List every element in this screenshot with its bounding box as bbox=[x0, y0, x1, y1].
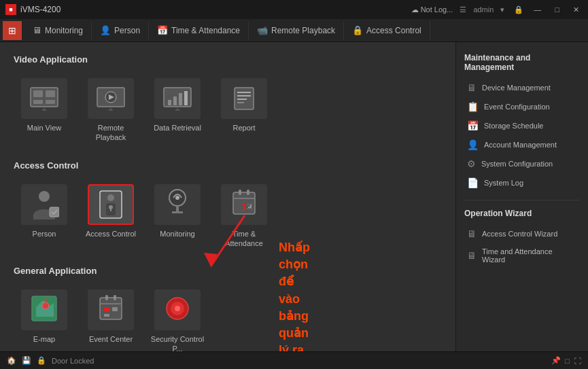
operation-wizard-title: Operation Wizard bbox=[464, 209, 580, 218]
remote-playback-icon: 📹 bbox=[257, 25, 268, 35]
account-management-label: Account Management bbox=[484, 141, 557, 149]
lock-icon: 🔒 bbox=[514, 5, 523, 14]
remote-playback-label: Remote Playback bbox=[83, 123, 139, 143]
tab-monitoring-label: Monitoring bbox=[45, 26, 83, 35]
sidebar-storage-schedule[interactable]: 📅 Storage Schedule bbox=[464, 117, 580, 135]
main-view-label: Main View bbox=[27, 123, 62, 133]
svg-point-24 bbox=[107, 194, 114, 201]
svg-rect-14 bbox=[184, 91, 188, 105]
sidebar-system-log[interactable]: 📄 System Log bbox=[464, 174, 580, 192]
event-center-icon bbox=[96, 294, 126, 326]
emap-label: E-map bbox=[33, 334, 55, 344]
emap-icon bbox=[29, 294, 59, 326]
app-title: iVMS-4200 bbox=[20, 5, 60, 14]
sidebar-system-configuration[interactable]: ⚙ System Configuration bbox=[464, 155, 580, 173]
minimize-button[interactable]: — bbox=[530, 4, 544, 15]
svg-rect-34 bbox=[247, 190, 249, 195]
close-button[interactable]: ✕ bbox=[570, 4, 583, 16]
svg-rect-42 bbox=[114, 295, 116, 300]
sidebar-device-management[interactable]: 🖥 Device Management bbox=[464, 79, 580, 96]
svg-rect-22 bbox=[50, 207, 59, 217]
status-right: 📌 □ ⛶ bbox=[551, 356, 581, 365]
sidebar-account-management[interactable]: 👤 Account Management bbox=[464, 136, 580, 154]
cloud-status: ☁ Not Log... bbox=[411, 5, 453, 14]
sidebar-access-control-wizard[interactable]: 🖥 Access Control Wizard bbox=[464, 225, 580, 243]
access-control-wizard-icon: 🖥 bbox=[467, 228, 477, 239]
svg-marker-9 bbox=[108, 108, 114, 111]
time-attendance-icon: 📅 bbox=[157, 25, 168, 35]
monitoring-ac-item[interactable]: Monitoring bbox=[147, 180, 208, 253]
svg-rect-13 bbox=[179, 93, 182, 105]
system-configuration-icon: ⚙ bbox=[467, 158, 476, 169]
sidebar-divider bbox=[464, 200, 580, 200]
report-icon bbox=[229, 86, 259, 111]
main-view-item[interactable]: Main View bbox=[14, 74, 75, 147]
svg-marker-5 bbox=[41, 108, 47, 111]
status-bar: 🏠 💾 🔒 Door Locked 📌 □ ⛶ bbox=[0, 351, 588, 369]
time-attendance-wizard-label: Time and Attendance Wizard bbox=[482, 247, 577, 264]
maximize-button[interactable]: □ bbox=[551, 4, 563, 15]
svg-rect-4 bbox=[46, 100, 55, 104]
svg-rect-46 bbox=[104, 314, 109, 317]
person-icon: 👤 bbox=[100, 25, 111, 35]
data-retrieval-item[interactable]: Data Retrieval bbox=[147, 74, 208, 147]
maintenance-title: Maintenance and Management bbox=[464, 53, 580, 72]
security-control-item[interactable]: Security Control P... bbox=[147, 285, 208, 351]
status-window-icon: □ bbox=[565, 357, 570, 365]
access-control-wizard-label: Access Control Wizard bbox=[482, 230, 557, 238]
general-application-title: General Application bbox=[14, 266, 442, 276]
admin-label[interactable]: admin bbox=[473, 5, 494, 14]
access-control-main-item[interactable]: Access Control bbox=[80, 180, 141, 253]
tab-time-attendance[interactable]: 📅 Time & Attendance bbox=[149, 21, 249, 40]
dropdown-icon[interactable]: ▾ bbox=[500, 5, 504, 14]
system-log-label: System Log bbox=[484, 179, 523, 187]
access-control-section-title: Access Control bbox=[14, 160, 442, 171]
status-left: 🏠 💾 🔒 Door Locked bbox=[7, 356, 94, 365]
report-label: Report bbox=[232, 123, 255, 133]
title-bar: ■ iVMS-4200 ☁ Not Log... ☰ admin ▾ 🔒 — □… bbox=[0, 0, 588, 19]
device-management-icon: 🖥 bbox=[467, 82, 477, 93]
tab-monitoring[interactable]: 🖥 Monitoring bbox=[24, 21, 92, 40]
sidebar-event-configuration[interactable]: 📋 Event Configuration bbox=[464, 98, 580, 116]
tab-access-control[interactable]: 🔒 Access Control bbox=[344, 21, 430, 40]
time-attendance-ac-label: Time & Attendance bbox=[216, 229, 272, 249]
tab-remote-playback[interactable]: 📹 Remote Playback bbox=[249, 21, 344, 40]
svg-rect-18 bbox=[237, 95, 251, 96]
event-center-item[interactable]: Event Center bbox=[80, 285, 141, 351]
report-item[interactable]: Report bbox=[213, 74, 275, 147]
svg-rect-2 bbox=[46, 90, 55, 97]
system-configuration-label: System Configuration bbox=[481, 160, 553, 168]
svg-point-49 bbox=[175, 306, 180, 311]
remote-playback-item[interactable]: Remote Playback bbox=[80, 74, 141, 147]
monitoring-ac-icon-box bbox=[154, 184, 201, 225]
tab-person[interactable]: 👤 Person bbox=[92, 21, 149, 40]
emap-item[interactable]: E-map bbox=[14, 285, 75, 351]
right-sidebar: Maintenance and Management 🖥 Device Mana… bbox=[455, 42, 588, 351]
event-configuration-label: Event Configuration bbox=[484, 103, 550, 111]
status-expand-icon: ⛶ bbox=[574, 357, 581, 365]
access-control-tab-icon: 🔒 bbox=[352, 25, 363, 35]
nav-bar: ⊞ 🖥 Monitoring 👤 Person 📅 Time & Attenda… bbox=[0, 19, 588, 42]
monitoring-ac-icon bbox=[162, 188, 192, 221]
svg-rect-45 bbox=[112, 307, 118, 311]
general-application-icons: E-map Event Center bbox=[14, 285, 442, 351]
time-attendance-wizard-icon: 🖥 bbox=[467, 250, 477, 261]
sidebar-time-attendance-wizard[interactable]: 🖥 Time and Attendance Wizard bbox=[464, 244, 580, 267]
svg-rect-35 bbox=[233, 198, 255, 199]
person-label: Person bbox=[33, 229, 56, 239]
status-pin-icon: 📌 bbox=[551, 356, 561, 365]
home-button[interactable]: ⊞ bbox=[3, 21, 22, 40]
storage-schedule-icon: 📅 bbox=[467, 120, 479, 131]
time-attendance-ac-icon: 1 bbox=[229, 188, 259, 221]
security-control-icon-box bbox=[154, 289, 201, 330]
storage-schedule-label: Storage Schedule bbox=[484, 122, 543, 130]
svg-rect-31 bbox=[172, 211, 183, 213]
time-attendance-ac-item[interactable]: 1 Time & Attendance bbox=[213, 180, 275, 253]
status-save-icon: 💾 bbox=[22, 356, 31, 365]
security-control-label: Security Control P... bbox=[150, 334, 205, 351]
monitoring-icon: 🖥 bbox=[33, 25, 41, 35]
person-item[interactable]: Person bbox=[14, 180, 75, 253]
tab-remote-playback-label: Remote Playback bbox=[271, 26, 335, 35]
svg-rect-44 bbox=[104, 307, 109, 311]
svg-rect-33 bbox=[239, 190, 241, 195]
